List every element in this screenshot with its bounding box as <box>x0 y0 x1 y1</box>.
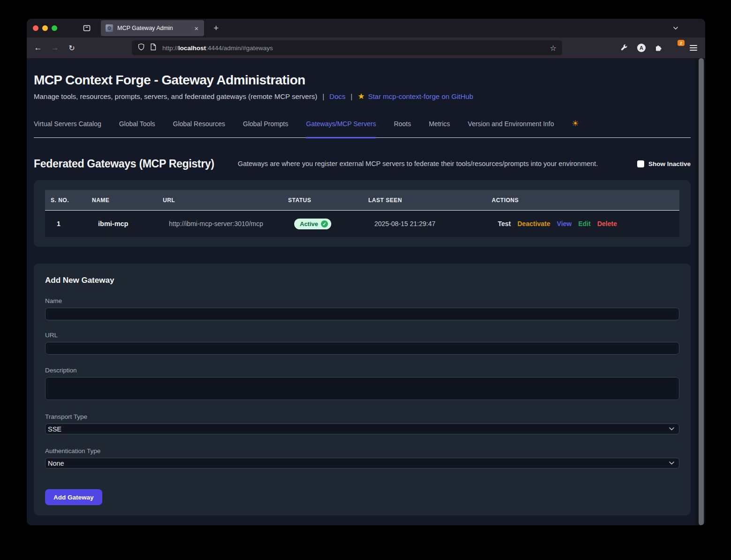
url-host: localhost <box>178 45 206 52</box>
check-icon: ✓ <box>321 220 328 227</box>
bookmark-star-icon[interactable]: ☆ <box>550 44 556 53</box>
transport-type-label: Transport Type <box>45 413 679 421</box>
section-description: Gateways are where you register external… <box>238 160 598 167</box>
col-actions: ACTIONS <box>486 197 679 204</box>
library-icon[interactable] <box>82 23 91 33</box>
star-icon: ★ <box>358 92 365 101</box>
description-textarea[interactable] <box>45 377 679 400</box>
name-input[interactable] <box>45 308 679 320</box>
extensions-puzzle-icon[interactable] <box>654 43 664 53</box>
tab-title: MCP Gateway Admin <box>117 25 193 31</box>
tab-metrics[interactable]: Metrics <box>429 119 450 137</box>
row-sno: 1 <box>45 220 86 227</box>
table-header-row: S. NO. NAME URL STATUS LAST SEEN ACTIONS <box>45 190 679 211</box>
table-row: 1 ibmi-mcp http://ibmi-mcp-server:3010/m… <box>45 211 679 237</box>
tab-close-icon[interactable]: × <box>193 25 199 32</box>
section-title: Federated Gateways (MCP Registry) <box>34 158 214 170</box>
tab-favicon-icon: ⚙ <box>106 24 113 32</box>
tab-gateways-mcp-servers[interactable]: Gateways/MCP Servers <box>306 119 376 137</box>
reader-a-icon[interactable]: A <box>636 43 647 53</box>
browser-toolbar: ← → ↻ http://localhost:4444/admin/#gatew… <box>27 38 705 58</box>
row-url: http://ibmi-mcp-server:3010/mcp <box>157 220 282 227</box>
browser-window: ⚙ MCP Gateway Admin × + ← → ↻ <box>27 19 705 525</box>
tab-global-resources[interactable]: Global Resources <box>173 119 225 137</box>
show-inactive-checkbox[interactable] <box>637 160 644 167</box>
col-url: URL <box>157 197 282 204</box>
url-input[interactable] <box>45 342 679 355</box>
wrench-icon[interactable] <box>619 43 629 53</box>
row-last-seen: 2025-08-15 21:29:47 <box>363 220 486 227</box>
col-name: NAME <box>86 197 157 204</box>
col-last-seen: LAST SEEN <box>363 197 486 204</box>
close-window-button[interactable] <box>33 25 38 31</box>
menu-hamburger-icon[interactable] <box>688 43 699 53</box>
url-path: :4444/admin/#gateways <box>206 45 273 52</box>
transport-type-select[interactable]: SSE <box>45 424 679 434</box>
extension-badged-icon[interactable]: 2 <box>671 43 681 53</box>
delete-action-link[interactable]: Delete <box>597 220 617 227</box>
shield-icon[interactable] <box>137 43 145 53</box>
view-action-link[interactable]: View <box>557 220 572 227</box>
page-title: MCP Context Forge - Gateway Administrati… <box>34 72 691 88</box>
chevron-down-icon <box>669 462 674 465</box>
name-label: Name <box>45 297 679 305</box>
edit-action-link[interactable]: Edit <box>578 220 590 227</box>
subtitle-text: Manage tools, resources, prompts, server… <box>34 92 317 101</box>
add-gateway-form: Add New Gateway Name URL Description Tra… <box>34 264 691 515</box>
page-subtitle: Manage tools, resources, prompts, server… <box>34 92 691 101</box>
gateways-table-card: S. NO. NAME URL STATUS LAST SEEN ACTIONS… <box>34 180 691 247</box>
url-text[interactable]: http://localhost:4444/admin/#gateways <box>162 45 550 52</box>
forward-button-icon[interactable]: → <box>49 43 61 53</box>
deactivate-action-link[interactable]: Deactivate <box>518 220 550 227</box>
chevron-down-icon <box>669 427 674 431</box>
description-label: Description <box>45 367 679 374</box>
add-gateway-button[interactable]: Add Gateway <box>45 489 102 505</box>
back-button-icon[interactable]: ← <box>32 43 44 53</box>
theme-toggle-sun-icon[interactable]: ☀ <box>572 119 579 137</box>
row-status: Active ✓ <box>282 219 363 229</box>
gateways-section-header: Federated Gateways (MCP Registry) Gatewa… <box>34 158 691 170</box>
col-status: STATUS <box>282 197 363 204</box>
url-label: URL <box>45 332 679 339</box>
new-tab-button[interactable]: + <box>211 23 221 33</box>
extension-badge: 2 <box>678 40 685 46</box>
form-title: Add New Gateway <box>45 276 679 285</box>
tab-virtual-servers-catalog[interactable]: Virtual Servers Catalog <box>34 119 101 137</box>
maximize-window-button[interactable] <box>52 25 57 31</box>
row-name: ibmi-mcp <box>86 220 157 227</box>
page-info-icon[interactable] <box>150 43 157 53</box>
tab-version-environment-info[interactable]: Version and Environment Info <box>468 119 554 137</box>
minimize-window-button[interactable] <box>42 25 48 31</box>
test-action-link[interactable]: Test <box>498 220 511 227</box>
toolbar-icons: A 2 <box>619 43 699 53</box>
col-sno: S. NO. <box>45 197 86 204</box>
authentication-type-label: Authentication Type <box>45 447 679 455</box>
page-content: MCP Context Forge - Gateway Administrati… <box>27 58 705 525</box>
authentication-type-select[interactable]: None <box>45 458 679 469</box>
row-actions: Test Deactivate View Edit Delete <box>486 220 679 227</box>
tab-global-tools[interactable]: Global Tools <box>119 119 155 137</box>
browser-tab-bar: ⚙ MCP Gateway Admin × + <box>27 19 705 38</box>
main-nav-tabs: Virtual Servers Catalog Global Tools Glo… <box>34 119 691 138</box>
reload-button-icon[interactable]: ↻ <box>66 44 77 53</box>
github-star-link[interactable]: Star mcp-context-forge on GitHub <box>368 92 473 101</box>
tab-list-chevron-icon[interactable] <box>672 24 679 34</box>
tab-global-prompts[interactable]: Global Prompts <box>243 119 288 137</box>
scrollbar-thumb[interactable] <box>699 58 704 525</box>
show-inactive-label: Show Inactive <box>648 160 691 167</box>
status-badge: Active ✓ <box>294 219 331 229</box>
url-protocol: http:// <box>162 45 178 52</box>
browser-tab[interactable]: ⚙ MCP Gateway Admin × <box>101 20 204 36</box>
docs-link[interactable]: Docs <box>329 92 345 101</box>
show-inactive-control: Show Inactive <box>637 160 691 167</box>
address-bar[interactable]: http://localhost:4444/admin/#gateways ☆ <box>132 40 562 55</box>
tab-roots[interactable]: Roots <box>394 119 411 137</box>
window-controls <box>33 25 57 31</box>
